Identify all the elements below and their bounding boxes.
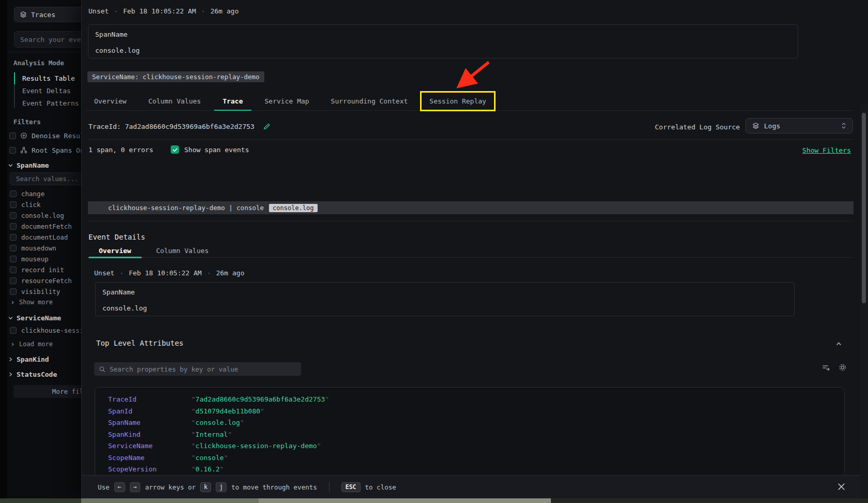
event-timestamp: Feb 18 10:05:22 AM (129, 269, 202, 277)
value-checkbox[interactable] (10, 234, 17, 241)
load-more-button[interactable]: Load more (10, 341, 53, 348)
right-arrow-key: → (130, 482, 141, 492)
waterfall-span-bar[interactable]: clickhouse-session-replay-demo | console… (88, 201, 854, 214)
chevron-right-icon (8, 357, 13, 362)
filter-denoise-row[interactable]: Denoise Results (9, 131, 81, 140)
attribute-key: TraceId (108, 394, 191, 406)
attribute-row[interactable]: ScopeNameconsole (108, 452, 844, 464)
filter-value-row[interactable]: record init (7, 264, 81, 275)
filter-value-row[interactable]: resourceFetch (7, 275, 81, 286)
span-card-label: SpanName (95, 31, 128, 38)
divider (88, 139, 853, 140)
mode-item-results-table[interactable]: Results Table (22, 73, 75, 84)
group-spankind[interactable]: SpanKind (8, 356, 49, 363)
meta-separator: · (201, 7, 205, 15)
top-level-attributes-title: Top Level Attributes (96, 339, 184, 347)
filter-root-spans-row[interactable]: Root Spans Only (9, 146, 81, 154)
footer-text: to move through events (231, 483, 317, 491)
filter-value-row[interactable]: change (7, 188, 81, 199)
show-more-button[interactable]: Show more (10, 299, 53, 306)
group-servicename[interactable]: ServiceName (8, 314, 61, 322)
filter-value-row[interactable]: click (7, 199, 81, 210)
more-filters-button[interactable]: More filters (13, 385, 81, 398)
load-more-label: Load more (19, 341, 53, 348)
filter-value-row[interactable]: clickhouse-session-replay-demo (7, 325, 81, 336)
value-checkbox[interactable] (10, 327, 17, 334)
attribute-row[interactable]: SpanIdd51079d4eb11b080 (108, 406, 844, 418)
property-search-input[interactable]: Search properties by key or value (94, 362, 301, 376)
search-values-input[interactable]: Search values... (10, 172, 81, 185)
property-search-placeholder: Search properties by key or value (110, 365, 238, 373)
layers-icon (20, 11, 27, 18)
tab-trace[interactable]: Trace (214, 92, 251, 110)
gear-icon[interactable] (839, 363, 847, 372)
filter-value-row[interactable]: visibility (7, 286, 81, 297)
attribute-row[interactable]: ScopeVersion0.16.2 (108, 464, 844, 476)
search-icon (99, 366, 106, 373)
attribute-key: ScopeVersion (108, 464, 191, 476)
close-icon[interactable] (836, 481, 846, 492)
edit-icon[interactable] (263, 123, 271, 130)
group-spanname[interactable]: SpanName (8, 161, 49, 169)
value-label: documentLoad (21, 233, 68, 241)
source-selector[interactable]: Traces (14, 7, 81, 22)
sidebar-divider (7, 52, 81, 52)
attribute-key: ServiceName (108, 440, 191, 452)
filter-value-row[interactable]: mousedown (7, 243, 81, 254)
search-events-input[interactable]: Search your events (14, 31, 81, 48)
filter-value-row[interactable]: documentLoad (7, 232, 81, 243)
esc-key: ESC (341, 482, 361, 492)
value-checkbox[interactable] (10, 190, 17, 197)
span-card-value: console.log (102, 304, 147, 312)
tab-column-values[interactable]: Column Values (140, 92, 209, 110)
span-summary-row: 1 span, 0 errors Show span events (88, 145, 249, 154)
tab-overview[interactable]: Overview (86, 92, 135, 110)
value-label: documentFetch (21, 223, 72, 230)
attribute-row[interactable]: SpanNameconsole.log (108, 417, 844, 429)
mode-item-event-deltas[interactable]: Event Deltas (22, 86, 71, 96)
tab-session-replay[interactable]: Session Replay (421, 92, 495, 110)
scrollbar-thumb[interactable] (862, 113, 866, 303)
denoise-checkbox[interactable] (9, 132, 16, 139)
event-tab-overview[interactable]: Overview (88, 244, 142, 257)
value-checkbox[interactable] (10, 277, 17, 284)
event-detail-panel: Unset · Feb 18 10:05:22 AM · 26m ago Spa… (81, 0, 868, 498)
filter-value-row[interactable]: documentFetch (7, 221, 81, 232)
horizontal-scrollbar[interactable] (81, 498, 259, 503)
value-checkbox[interactable] (10, 288, 17, 295)
correlated-log-source-select[interactable]: Logs (745, 118, 853, 134)
shortcuts-footer: Use ← → arrow keys or k j to move throug… (82, 475, 868, 498)
meta-separator: · (114, 7, 118, 15)
show-span-events-checkbox[interactable] (171, 145, 179, 154)
attribute-row[interactable]: SpanKindInternal (108, 429, 844, 441)
attribute-key: ScopeName (108, 452, 191, 464)
group-spanname-label: SpanName (17, 161, 49, 169)
correlated-log-source-label: Correlated Log Source (655, 123, 740, 131)
service-name-badge[interactable]: ServiceName: clickhouse-session-replay-d… (87, 71, 264, 82)
show-more-label: Show more (19, 299, 53, 306)
mode-item-event-patterns[interactable]: Event Patterns (22, 98, 79, 109)
collapse-section-button[interactable] (835, 341, 842, 347)
filter-lines-icon[interactable] (822, 363, 830, 372)
value-checkbox[interactable] (10, 245, 17, 252)
event-tab-column-values[interactable]: Column Values (146, 244, 219, 257)
attribute-toolbar (822, 363, 847, 372)
value-checkbox[interactable] (10, 256, 17, 262)
attribute-row[interactable]: ServiceNameclickhouse-session-replay-dem… (108, 440, 844, 452)
show-filters-link[interactable]: Show Filters (802, 146, 851, 154)
group-statuscode[interactable]: StatusCode (8, 371, 57, 378)
tab-service-map[interactable]: Service Map (257, 92, 318, 110)
value-checkbox[interactable] (10, 267, 17, 273)
value-checkbox[interactable] (10, 201, 17, 208)
horizontal-scrollbar-thumb[interactable] (259, 498, 551, 503)
detail-tabs: Overview Column Values Trace Service Map… (86, 92, 854, 111)
value-checkbox[interactable] (10, 223, 17, 230)
search-values-placeholder: Search values... (16, 175, 78, 183)
filter-value-row[interactable]: console.log (7, 210, 81, 221)
value-checkbox[interactable] (10, 212, 17, 219)
attribute-row[interactable]: TraceId7ad2ad8660c9d53969a6bf6a3e2d2753 (108, 394, 844, 406)
show-span-events-label[interactable]: Show span events (184, 146, 249, 154)
root-spans-checkbox[interactable] (9, 147, 16, 154)
tab-surrounding-context[interactable]: Surrounding Context (323, 92, 416, 110)
filter-value-row[interactable]: mouseup (7, 254, 81, 264)
